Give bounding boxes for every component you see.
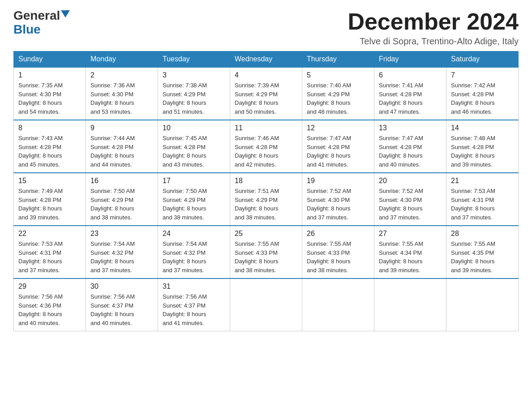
logo-blue-text: Blue: [13, 23, 41, 37]
day-number: 28: [451, 230, 514, 238]
calendar-day-cell: 4 Sunrise: 7:39 AM Sunset: 4:29 PM Dayli…: [230, 67, 302, 120]
day-info: Sunrise: 7:35 AM Sunset: 4:30 PM Dayligh…: [18, 81, 81, 116]
day-number: 6: [379, 71, 442, 79]
day-number: 9: [90, 124, 153, 132]
month-title: December 2024: [348, 9, 519, 34]
day-number: 31: [163, 283, 225, 291]
day-number: 19: [307, 177, 369, 185]
weekday-header-row: SundayMondayTuesdayWednesdayThursdayFrid…: [14, 51, 519, 68]
weekday-header-monday: Monday: [86, 51, 158, 68]
day-info: Sunrise: 7:55 AM Sunset: 4:35 PM Dayligh…: [451, 240, 514, 274]
day-info: Sunrise: 7:51 AM Sunset: 4:29 PM Dayligh…: [235, 187, 297, 222]
calendar-day-cell: 12 Sunrise: 7:47 AM Sunset: 4:28 PM Dayl…: [302, 120, 374, 173]
day-info: Sunrise: 7:55 AM Sunset: 4:33 PM Dayligh…: [307, 240, 369, 274]
calendar-day-cell: 11 Sunrise: 7:46 AM Sunset: 4:28 PM Dayl…: [230, 120, 302, 173]
weekday-header-tuesday: Tuesday: [158, 51, 230, 68]
day-info: Sunrise: 7:56 AM Sunset: 4:36 PM Dayligh…: [18, 292, 81, 327]
day-info: Sunrise: 7:50 AM Sunset: 4:29 PM Dayligh…: [90, 187, 153, 222]
day-info: Sunrise: 7:39 AM Sunset: 4:29 PM Dayligh…: [235, 81, 297, 116]
calendar-day-cell: 5 Sunrise: 7:40 AM Sunset: 4:29 PM Dayli…: [302, 67, 374, 120]
day-number: 3: [163, 71, 225, 79]
day-number: 20: [379, 177, 442, 185]
day-info: Sunrise: 7:47 AM Sunset: 4:28 PM Dayligh…: [307, 134, 369, 169]
day-info: Sunrise: 7:53 AM Sunset: 4:31 PM Dayligh…: [18, 240, 81, 274]
day-info: Sunrise: 7:53 AM Sunset: 4:31 PM Dayligh…: [451, 187, 514, 222]
day-number: 15: [18, 177, 81, 185]
day-number: 21: [451, 177, 514, 185]
day-number: 18: [235, 177, 297, 185]
day-number: 10: [163, 124, 225, 132]
calendar-day-cell: [302, 278, 374, 331]
calendar-week-4: 22 Sunrise: 7:53 AM Sunset: 4:31 PM Dayl…: [14, 226, 519, 278]
calendar-week-1: 1 Sunrise: 7:35 AM Sunset: 4:30 PM Dayli…: [14, 67, 519, 120]
day-info: Sunrise: 7:55 AM Sunset: 4:33 PM Dayligh…: [235, 240, 297, 274]
weekday-header-friday: Friday: [374, 51, 446, 68]
day-info: Sunrise: 7:46 AM Sunset: 4:28 PM Dayligh…: [235, 134, 297, 169]
calendar-day-cell: 23 Sunrise: 7:54 AM Sunset: 4:32 PM Dayl…: [86, 226, 158, 278]
weekday-header-wednesday: Wednesday: [230, 51, 302, 68]
day-info: Sunrise: 7:48 AM Sunset: 4:28 PM Dayligh…: [451, 134, 514, 169]
calendar-day-cell: 21 Sunrise: 7:53 AM Sunset: 4:31 PM Dayl…: [446, 173, 519, 226]
day-info: Sunrise: 7:52 AM Sunset: 4:30 PM Dayligh…: [307, 187, 369, 222]
day-info: Sunrise: 7:52 AM Sunset: 4:30 PM Dayligh…: [379, 187, 442, 222]
day-number: 22: [18, 230, 81, 238]
logo-triangle-icon: [61, 10, 70, 17]
day-number: 16: [90, 177, 153, 185]
calendar-day-cell: 20 Sunrise: 7:52 AM Sunset: 4:30 PM Dayl…: [374, 173, 446, 226]
day-number: 13: [379, 124, 442, 132]
logo-general-text: General: [13, 9, 60, 23]
day-info: Sunrise: 7:40 AM Sunset: 4:29 PM Dayligh…: [307, 81, 369, 116]
calendar-day-cell: 10 Sunrise: 7:45 AM Sunset: 4:28 PM Dayl…: [158, 120, 230, 173]
day-info: Sunrise: 7:56 AM Sunset: 4:37 PM Dayligh…: [163, 292, 225, 327]
day-number: 1: [18, 71, 81, 79]
weekday-header-saturday: Saturday: [446, 51, 519, 68]
day-info: Sunrise: 7:36 AM Sunset: 4:30 PM Dayligh…: [90, 81, 153, 116]
day-number: 25: [235, 230, 297, 238]
day-number: 26: [307, 230, 369, 238]
weekday-header-thursday: Thursday: [302, 51, 374, 68]
calendar-day-cell: 18 Sunrise: 7:51 AM Sunset: 4:29 PM Dayl…: [230, 173, 302, 226]
calendar-week-3: 15 Sunrise: 7:49 AM Sunset: 4:28 PM Dayl…: [14, 173, 519, 226]
day-info: Sunrise: 7:54 AM Sunset: 4:32 PM Dayligh…: [90, 240, 153, 274]
day-info: Sunrise: 7:38 AM Sunset: 4:29 PM Dayligh…: [163, 81, 225, 116]
day-info: Sunrise: 7:56 AM Sunset: 4:37 PM Dayligh…: [90, 292, 153, 327]
calendar-day-cell: 27 Sunrise: 7:55 AM Sunset: 4:34 PM Dayl…: [374, 226, 446, 278]
day-number: 29: [18, 283, 81, 291]
day-number: 24: [163, 230, 225, 238]
page-header: General Blue December 2024 Telve di Sopr…: [13, 9, 519, 47]
calendar-day-cell: 8 Sunrise: 7:43 AM Sunset: 4:28 PM Dayli…: [14, 120, 86, 173]
calendar-day-cell: 25 Sunrise: 7:55 AM Sunset: 4:33 PM Dayl…: [230, 226, 302, 278]
calendar-week-5: 29 Sunrise: 7:56 AM Sunset: 4:36 PM Dayl…: [14, 278, 519, 331]
calendar-day-cell: [230, 278, 302, 331]
calendar-day-cell: 16 Sunrise: 7:50 AM Sunset: 4:29 PM Dayl…: [86, 173, 158, 226]
calendar-day-cell: 7 Sunrise: 7:42 AM Sunset: 4:28 PM Dayli…: [446, 67, 519, 120]
calendar-day-cell: 31 Sunrise: 7:56 AM Sunset: 4:37 PM Dayl…: [158, 278, 230, 331]
calendar-day-cell: 2 Sunrise: 7:36 AM Sunset: 4:30 PM Dayli…: [86, 67, 158, 120]
day-info: Sunrise: 7:54 AM Sunset: 4:32 PM Dayligh…: [163, 240, 225, 274]
calendar-day-cell: 29 Sunrise: 7:56 AM Sunset: 4:36 PM Dayl…: [14, 278, 86, 331]
calendar-day-cell: 9 Sunrise: 7:44 AM Sunset: 4:28 PM Dayli…: [86, 120, 158, 173]
title-section: December 2024 Telve di Sopra, Trentino-A…: [348, 9, 519, 47]
calendar-day-cell: 22 Sunrise: 7:53 AM Sunset: 4:31 PM Dayl…: [14, 226, 86, 278]
calendar-day-cell: 14 Sunrise: 7:48 AM Sunset: 4:28 PM Dayl…: [446, 120, 519, 173]
calendar-day-cell: 15 Sunrise: 7:49 AM Sunset: 4:28 PM Dayl…: [14, 173, 86, 226]
day-info: Sunrise: 7:44 AM Sunset: 4:28 PM Dayligh…: [90, 134, 153, 169]
day-info: Sunrise: 7:50 AM Sunset: 4:29 PM Dayligh…: [163, 187, 225, 222]
calendar-day-cell: 24 Sunrise: 7:54 AM Sunset: 4:32 PM Dayl…: [158, 226, 230, 278]
calendar-day-cell: [446, 278, 519, 331]
day-info: Sunrise: 7:42 AM Sunset: 4:28 PM Dayligh…: [451, 81, 514, 116]
day-number: 30: [90, 283, 153, 291]
day-number: 8: [18, 124, 81, 132]
calendar-day-cell: 19 Sunrise: 7:52 AM Sunset: 4:30 PM Dayl…: [302, 173, 374, 226]
day-number: 7: [451, 71, 514, 79]
day-number: 12: [307, 124, 369, 132]
calendar-week-2: 8 Sunrise: 7:43 AM Sunset: 4:28 PM Dayli…: [14, 120, 519, 173]
logo: General Blue: [13, 9, 70, 37]
day-info: Sunrise: 7:55 AM Sunset: 4:34 PM Dayligh…: [379, 240, 442, 274]
day-number: 17: [163, 177, 225, 185]
weekday-header-sunday: Sunday: [14, 51, 86, 68]
day-info: Sunrise: 7:43 AM Sunset: 4:28 PM Dayligh…: [18, 134, 81, 169]
day-info: Sunrise: 7:41 AM Sunset: 4:28 PM Dayligh…: [379, 81, 442, 116]
calendar-day-cell: 13 Sunrise: 7:47 AM Sunset: 4:28 PM Dayl…: [374, 120, 446, 173]
calendar-day-cell: [374, 278, 446, 331]
